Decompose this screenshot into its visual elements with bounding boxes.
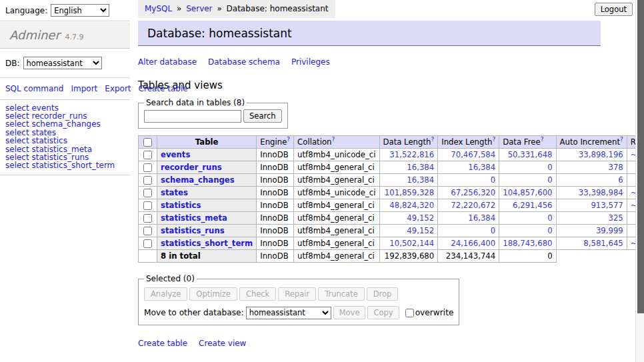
value-link[interactable]: 0 [491,175,495,185]
create-link[interactable]: Create table [138,339,187,348]
value-link[interactable]: 0 [547,163,552,172]
sidebar-action-link[interactable]: Create table [139,84,188,93]
scrollbar-thumb[interactable] [637,0,644,313]
sidebar-action-link[interactable]: SQL command [5,84,63,93]
row-checkbox[interactable] [143,239,152,248]
sidebar-select-link[interactable]: select statistics_short_term [5,161,130,169]
database-action-link[interactable]: Alter database [138,57,197,67]
table-name-link[interactable]: statistics_short_term [161,239,253,248]
repair-button[interactable]: Repair [278,287,316,301]
column-hint-link[interactable]: ? [541,136,544,143]
value-link[interactable]: 16,384 [407,175,434,185]
tables-heading: Tables and views [138,79,601,91]
column-hint-link[interactable]: ? [331,136,335,143]
value-link[interactable]: 10,502,144 [389,239,434,248]
check-button[interactable]: Check [239,287,276,301]
value-link[interactable]: 24,166,400 [451,239,495,248]
sidebar-divider-bottom [0,175,130,175]
database-action-link[interactable]: Database schema [208,57,280,67]
value-link[interactable]: 31,522,816 [389,150,434,159]
table-name-link[interactable]: schema_changes [161,175,235,185]
value-link[interactable]: 72,220,672 [451,201,495,210]
table-name-link[interactable]: statistics_meta [161,213,227,223]
value-link[interactable]: 33,898,196 [579,150,623,159]
sidebar-select-link[interactable]: select schema_changes [5,120,130,128]
column-hint-link[interactable]: ? [620,136,623,143]
value-link[interactable]: 8,581,645 [583,239,623,248]
db-select[interactable]: homeassistant [23,57,102,69]
value-link[interactable]: 16,384 [407,163,434,172]
select-all-checkbox[interactable] [143,138,152,147]
value-link[interactable]: 67,256,320 [451,188,495,197]
row-checkbox[interactable] [143,189,152,197]
database-action-link[interactable]: Privileges [291,57,330,67]
sidebar-action-link[interactable]: Export [105,84,131,93]
value-link[interactable]: 39,999 [596,226,623,235]
value-link[interactable]: 104,857,600 [503,188,552,197]
column-hint-link[interactable]: ? [492,136,495,143]
value-link[interactable]: 49,152 [407,213,434,223]
column-hint-link[interactable]: ? [287,136,290,143]
value-link[interactable]: 0 [547,213,552,223]
row-checkbox[interactable] [143,201,152,210]
row-checkbox[interactable] [143,227,152,235]
truncate-button[interactable]: Truncate [318,287,365,301]
analyze-button[interactable]: Analyze [144,287,187,301]
breadcrumb-link-mysql[interactable]: MySQL [145,4,172,13]
search-button[interactable]: Search [243,109,282,123]
value-link[interactable]: 50,331,648 [508,150,553,159]
total-value-cell: utf8mb4_general_ci [294,250,379,263]
value-cell: 6,291,456 [499,199,556,212]
table-name-link[interactable]: events [161,150,190,159]
optimize-button[interactable]: Optimize [189,287,237,301]
value-link[interactable]: 188,743,680 [503,239,552,248]
value-cell: 188,743,680 [499,237,556,250]
value-link[interactable]: 16,384 [468,213,495,223]
value-link[interactable]: 0 [547,175,552,185]
column-hint-link[interactable]: ? [431,136,434,143]
overwrite-checkbox[interactable] [405,309,414,317]
value-link[interactable]: 33,398,984 [579,188,623,197]
value-cell: 16,384 [438,161,499,174]
value-link[interactable]: 6,291,456 [513,201,552,210]
brand-name[interactable]: Adminer [9,28,60,42]
row-checkbox[interactable] [143,151,152,159]
move-button[interactable]: Move [333,306,366,319]
sidebar-select-link[interactable]: select statistics [5,137,130,145]
create-link[interactable]: Create view [199,339,246,348]
row-checkbox[interactable] [143,163,152,172]
column-header-engine: Engine? [257,136,294,149]
search-input[interactable] [144,110,241,123]
table-name-link[interactable]: states [161,188,188,197]
value-link[interactable]: 6 [618,175,623,185]
breadcrumb-link-server[interactable]: Server [186,4,212,13]
value-link[interactable]: 16,384 [468,163,495,172]
vertical-scrollbar[interactable] [635,0,644,362]
tables-header-row: TableEngine?Collation?Data Length?Index … [139,136,644,149]
collation-cell: utf8mb4_general_ci [294,237,379,250]
value-link[interactable]: 48,824,320 [389,201,434,210]
row-checkbox[interactable] [143,176,152,185]
engine-cell: InnoDB [257,212,294,225]
move-database-select[interactable]: homeassistant [246,307,331,319]
value-link[interactable]: 0 [547,226,552,235]
value-link[interactable]: 913,577 [591,201,623,210]
value-link[interactable]: 49,152 [407,226,434,235]
copy-button[interactable]: Copy [367,306,399,319]
column-header-data-free: Data Free? [499,136,556,149]
value-link[interactable]: 378 [608,163,623,172]
logout-button[interactable]: Logout [595,3,633,16]
value-link[interactable]: 70,467,584 [451,150,495,159]
table-name-link[interactable]: statistics_runs [161,226,225,235]
value-link[interactable]: 0 [491,226,495,235]
selected-fieldset: Selected (0) AnalyzeOptimizeCheckRepairT… [138,274,459,325]
row-checkbox[interactable] [143,214,152,223]
value-link[interactable]: 325 [608,213,623,223]
value-cell: 0 [499,212,556,225]
value-link[interactable]: 101,859,328 [385,188,434,197]
language-select[interactable]: English [51,4,109,17]
table-name-link[interactable]: statistics [161,201,201,210]
sidebar-action-link[interactable]: Import [71,84,97,93]
table-name-link[interactable]: recorder_runs [161,163,222,172]
drop-button[interactable]: Drop [367,287,399,301]
